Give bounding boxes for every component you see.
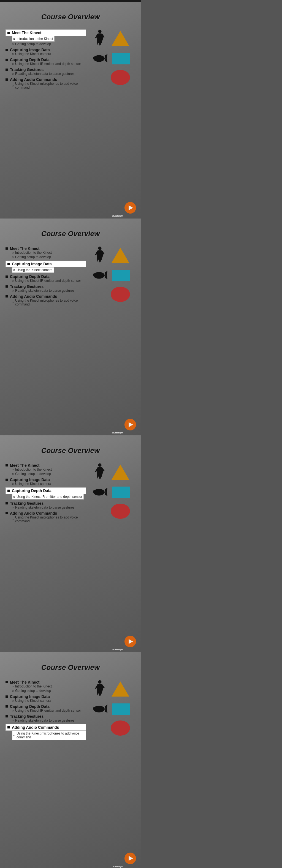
rectangle-shape [112,270,130,281]
slide-title: Course Overview [41,446,100,455]
menu-sub-item: Using the Kinect IR emitter and depth se… [12,709,86,713]
sub-bullet-icon [12,280,13,282]
slide-3: Course Overview Meet The Kinect Introduc… [0,435,141,652]
play-button[interactable] [124,419,136,430]
bullet-icon [7,32,10,34]
shape-row-1 [92,29,129,47]
play-button[interactable] [124,636,136,647]
fish-silhouette [91,270,108,281]
menu-sub-item: Introduction to the Kinect [12,468,86,471]
sub-bullet-icon [12,302,13,303]
shape-row-2 [91,487,130,498]
bullet-icon [5,68,8,71]
sub-bullet-icon [12,73,13,74]
bullet-icon [5,681,8,683]
sub-bullet-icon [13,270,15,271]
sub-bullet-icon [13,735,15,736]
sub-bullet-icon [12,85,13,86]
menu-sub-list: Using the Kinect microphones to add voic… [5,82,86,89]
shape-row-1 [92,463,129,481]
menu-sub-list: Using the Kinect camera [5,52,86,56]
menu-sub-list: Using the Kinect IR emitter and depth se… [5,279,86,283]
menu-sub-item: Using the Kinect IR emitter and depth se… [12,494,84,499]
bullet-icon [5,295,8,298]
bullet-icon [5,464,8,466]
menu-sub-item: Using the Kinect microphones to add voic… [12,299,86,306]
menu-list: Meet The Kinect Introduction to the Kine… [5,244,86,435]
menu-item: Capturing Image Data Using the Kinect ca… [5,260,86,273]
svg-point-9 [98,680,101,684]
bullet-icon [7,726,10,728]
menu-item-label: Meet The Kinect [10,680,39,684]
menu-item-label: Capturing Depth Data [10,58,50,62]
menu-sub-list: Using the Kinect camera [5,482,86,486]
sub-bullet-icon [12,720,13,721]
menu-sub-item: Introduction to the Kinect [12,251,86,254]
pluralsight-badge: pluralsight [112,865,123,868]
shape-row-3 [91,70,130,85]
menu-sub-item: Introduction to the Kinect [12,36,55,41]
shape-row-2 [91,53,130,64]
menu-item: Capturing Depth Data Using the Kinect IR… [5,704,86,713]
slide-2: Course Overview Meet The Kinect Introduc… [0,218,141,435]
menu-item: Tracking Gestures Reading skeleton data … [5,501,86,509]
bullet-icon [5,478,8,481]
menu-sub-list: Using the Kinect camera [5,699,86,703]
sub-bullet-icon [12,252,13,253]
menu-sub-list: Introduction to the Kinect Getting setup… [5,251,86,259]
person-silhouette [92,680,107,698]
menu-sub-list: Introduction to the Kinect Getting setup… [5,468,86,476]
oval-shape [111,720,130,736]
shape-row-3 [91,504,130,519]
menu-item-label: Tracking Gestures [10,501,44,505]
sub-bullet-icon [12,710,13,711]
menu-item-label: Meet The Kinect [12,31,41,35]
oval-shape [111,287,130,302]
menu-item-label: Capturing Image Data [10,48,50,52]
sub-bullet-icon [12,700,13,702]
bullet-icon [5,285,8,287]
slides-container: Course Overview Meet The Kinect Introduc… [0,2,141,868]
bullet-icon [7,263,10,265]
menu-sub-list: Using the Kinect microphones to add voic… [5,731,86,740]
menu-sub-item: Using the Kinect microphones to add voic… [12,731,86,740]
shapes-area [86,460,136,652]
menu-sub-list: Introduction to the Kinect Getting setup… [5,684,86,693]
person-silhouette [92,463,107,481]
menu-sub-item: Using the Kinect camera [12,699,86,703]
menu-item-label: Capturing Image Data [10,694,50,699]
person-silhouette [92,246,107,264]
svg-point-10 [93,706,105,713]
bullet-icon [5,502,8,504]
sub-bullet-icon [12,53,13,55]
svg-point-2 [93,57,95,59]
fish-silhouette [91,487,108,498]
menu-item-label: Tracking Gestures [10,284,44,289]
menu-sub-item: Reading skeleton data to parse gestures [12,289,86,292]
play-button[interactable] [124,202,136,214]
menu-sub-list: Using the Kinect microphones to add voic… [5,516,86,523]
sub-bullet-icon [12,483,13,485]
menu-sub-list: Reading skeleton data to parse gestures [5,505,86,509]
shape-row-2 [91,704,130,715]
pluralsight-badge: pluralsight [112,432,123,434]
sub-bullet-icon [12,686,13,687]
sub-bullet-icon [12,43,13,45]
shapes-area [86,677,136,868]
svg-point-0 [98,30,101,33]
menu-list: Meet The Kinect Introduction to the Kine… [5,460,86,652]
bullet-icon [5,695,8,698]
svg-point-7 [93,489,105,496]
menu-item: Meet The Kinect Introduction to the Kine… [5,246,86,259]
menu-sub-item: Using the Kinect IR emitter and depth se… [12,279,86,283]
menu-item: Capturing Depth Data Using the Kinect IR… [5,274,86,283]
triangle-shape [112,465,129,480]
slide-4: Course Overview Meet The Kinect Introduc… [0,652,141,868]
menu-sub-list: Using the Kinect microphones to add voic… [5,299,86,306]
menu-item: Meet The Kinect Introduction to the Kine… [5,463,86,476]
menu-item: Meet The Kinect Introduction to the Kine… [5,29,86,46]
play-button[interactable] [124,852,136,864]
menu-item-label: Tracking Gestures [10,714,44,719]
menu-item: Adding Audio Commands Using the Kinect m… [5,78,86,89]
sub-bullet-icon [12,290,13,291]
